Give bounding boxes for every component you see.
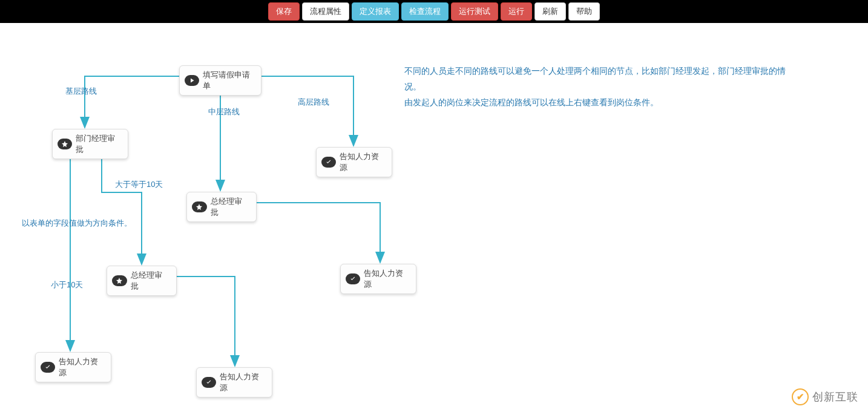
node-label: 告知人力资源 — [364, 268, 407, 290]
node-start[interactable]: 填写请假申请单 — [179, 65, 261, 96]
note-line: 不同的人员走不同的路线可以避免一个人处理两个相同的节点，比如部门经理发起，部门经… — [404, 63, 798, 94]
edge-label-lt10: 小于10天 — [51, 280, 83, 290]
watermark-text: 创新互联 — [812, 390, 858, 404]
node-label: 告知人力资源 — [220, 371, 263, 393]
edge-label-mid: 中层路线 — [208, 106, 240, 117]
node-gm-approve-1[interactable]: 总经理审批 — [186, 192, 257, 222]
check-flow-button[interactable]: 检查流程 — [401, 2, 449, 21]
toolbar: 保存 流程属性 定义报表 检查流程 运行测试 运行 刷新 帮助 — [0, 0, 868, 23]
edge-label-high: 高层路线 — [298, 97, 329, 108]
node-notify-hr-btm2[interactable]: 告知人力资源 — [196, 367, 272, 398]
edge-label-cond: 以表单的字段值做为方向条件。 — [22, 218, 132, 229]
note-line: 由发起人的岗位来决定流程的路线可以在线上右键查看到岗位条件。 — [404, 94, 798, 110]
node-label: 告知人力资源 — [340, 151, 383, 173]
node-label: 填写请假申请单 — [203, 70, 252, 91]
edge-label-base: 基层路线 — [65, 86, 97, 97]
star-icon — [192, 201, 207, 212]
flow-canvas[interactable]: 填写请假申请单 部门经理审批 告知人力资源 总经理审批 总经理审批 告知人力资源… — [0, 23, 868, 409]
node-notify-hr-btm1[interactable]: 告知人力资源 — [35, 352, 111, 382]
watermark-logo-icon: ✔ — [792, 388, 809, 405]
edge-label-gte10: 大于等于10天 — [115, 179, 163, 190]
node-label: 总经理审批 — [131, 270, 168, 292]
check-icon — [202, 377, 216, 388]
node-label: 总经理审批 — [211, 196, 248, 218]
check-icon — [321, 157, 336, 168]
run-test-button[interactable]: 运行测试 — [451, 2, 498, 21]
refresh-button[interactable]: 刷新 — [534, 2, 566, 21]
run-button[interactable]: 运行 — [501, 2, 532, 21]
node-notify-hr-mid[interactable]: 告知人力资源 — [340, 264, 416, 294]
node-label: 部门经理审批 — [76, 133, 119, 155]
help-button[interactable]: 帮助 — [568, 2, 600, 21]
flow-props-button[interactable]: 流程属性 — [302, 2, 349, 21]
star-icon — [58, 139, 72, 149]
define-report-button[interactable]: 定义报表 — [352, 2, 399, 21]
watermark: ✔ 创新互联 — [792, 388, 858, 405]
check-icon — [346, 273, 360, 284]
star-icon — [112, 275, 127, 286]
node-dept-mgr-approve[interactable]: 部门经理审批 — [52, 129, 128, 159]
node-notify-hr-top[interactable]: 告知人力资源 — [316, 147, 392, 177]
play-icon — [185, 75, 199, 86]
node-gm-approve-2[interactable]: 总经理审批 — [107, 266, 177, 296]
note-text: 不同的人员走不同的路线可以避免一个人处理两个相同的节点，比如部门经理发起，部门经… — [404, 63, 798, 110]
node-label: 告知人力资源 — [59, 356, 102, 378]
save-button[interactable]: 保存 — [268, 2, 300, 21]
check-icon — [41, 362, 55, 373]
